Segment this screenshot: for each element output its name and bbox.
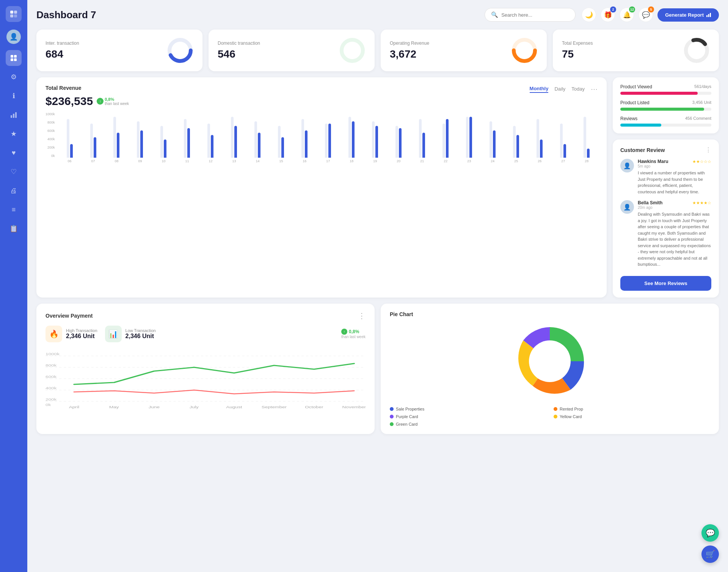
revenue-card: Total Revenue Monthly Daily Today ⋯ $236… xyxy=(36,77,607,298)
legend-label-purple: Purple Card xyxy=(396,414,418,419)
svg-point-16 xyxy=(342,40,363,61)
bar-bg xyxy=(207,124,210,158)
bar-blue xyxy=(94,137,96,158)
bar-x-label: 18 xyxy=(340,159,362,163)
high-transaction-icon: 🔥 xyxy=(46,326,62,342)
stat-value-0: 684 xyxy=(46,48,79,60)
sidebar-item-settings[interactable]: ⚙ xyxy=(6,69,22,85)
legend-green-card: Green Card xyxy=(390,422,546,426)
tab-today[interactable]: Today xyxy=(571,86,585,92)
generate-report-button[interactable]: Generate Report xyxy=(657,8,719,22)
review-item-1: 👤 Bella Smith ★★★★☆ 20m ago Dealing with… xyxy=(620,200,711,268)
bar-bg xyxy=(490,121,492,158)
review-more-icon[interactable]: ⋮ xyxy=(705,146,711,154)
see-more-reviews-button[interactable]: See More Reviews xyxy=(620,276,711,291)
metric-product-viewed: Product Viewed 561/days xyxy=(620,84,711,95)
dark-mode-toggle[interactable]: 🌙 xyxy=(582,8,596,22)
metric-product-listed: Product Listed 3,456 Unit xyxy=(620,100,711,111)
bars-container xyxy=(59,112,598,158)
bar-bg xyxy=(113,117,116,158)
sidebar-item-list[interactable]: ≡ xyxy=(6,202,22,218)
svg-text:400k: 400k xyxy=(46,386,57,390)
review-time-1: 20m ago xyxy=(638,205,711,210)
bar-x-label: 19 xyxy=(364,159,386,163)
bar-x-label: 06 xyxy=(59,159,81,163)
metric-reviews: Reviews 456 Comment xyxy=(620,116,711,127)
header-icons: 🌙 🎁 2 🔔 12 💬 5 Generate Report xyxy=(582,8,719,22)
stat-value-1: 546 xyxy=(218,48,260,60)
bar-bg xyxy=(278,126,281,158)
pie-chart xyxy=(512,323,588,401)
tab-monthly[interactable]: Monthly xyxy=(530,86,549,93)
svg-rect-0 xyxy=(10,11,13,14)
bar-x-label: 14 xyxy=(246,159,268,163)
review-card: Customer Review ⋮ 👤 Hawkins Maru ★★☆☆☆ 5… xyxy=(613,139,719,298)
sidebar-item-print[interactable]: 🖨 xyxy=(6,183,22,199)
page-title: Dashboard 7 xyxy=(36,9,479,21)
sidebar-item-star[interactable]: ★ xyxy=(6,126,22,142)
svg-text:October: October xyxy=(305,405,323,409)
bar-x-label: 17 xyxy=(317,159,339,163)
bar-group xyxy=(176,112,198,158)
stat-card-inter-transaction: Inter. transaction 684 xyxy=(36,30,202,71)
search-bar[interactable]: 🔍 xyxy=(485,8,576,22)
sidebar-item-heart2[interactable]: ♡ xyxy=(6,164,22,180)
line-chart: 1000k 800k 600k 400k 200k 0k April May J… xyxy=(46,348,366,411)
chat-icon-btn[interactable]: 💬 5 xyxy=(639,8,653,22)
support-float-button[interactable]: 💬 xyxy=(701,524,719,542)
bar-bg xyxy=(137,121,140,158)
bar-bg xyxy=(325,124,328,158)
review-text-1: Dealing with Syamsudin and Bakri was a j… xyxy=(638,211,711,268)
more-options-icon[interactable]: ⋯ xyxy=(591,85,598,93)
legend-dot-sale xyxy=(390,407,394,411)
search-input[interactable] xyxy=(501,12,562,18)
bar-bg xyxy=(160,126,163,158)
gift-icon-btn[interactable]: 🎁 2 xyxy=(601,8,615,22)
legend-sale-properties: Sale Properties xyxy=(390,407,546,411)
stat-value-2: 3,672 xyxy=(390,48,429,60)
bar-bg xyxy=(348,117,351,158)
bar-bg xyxy=(67,119,69,158)
tab-daily[interactable]: Daily xyxy=(554,86,565,92)
sidebar-item-analytics[interactable] xyxy=(6,107,22,123)
bar-bg xyxy=(395,126,398,158)
svg-rect-2 xyxy=(10,14,13,17)
bar-bg xyxy=(184,119,187,158)
svg-rect-4 xyxy=(11,55,13,58)
legend-yellow-card: Yellow Card xyxy=(554,414,710,419)
sidebar-item-reports[interactable]: 📋 xyxy=(6,221,22,237)
bell-badge: 12 xyxy=(629,6,635,13)
sidebar-item-heart[interactable]: ♥ xyxy=(6,145,22,161)
payment-more-icon[interactable]: ⋮ xyxy=(358,311,366,320)
bar-group xyxy=(270,112,292,158)
legend-purple-card: Purple Card xyxy=(390,414,546,419)
metric-label-2: Reviews xyxy=(620,116,637,121)
cart-float-button[interactable]: 🛒 xyxy=(701,545,719,563)
avatar[interactable]: 👤 xyxy=(6,30,21,44)
legend-rented-prop: Rented Prop xyxy=(554,407,710,411)
reviewer-avatar-0: 👤 xyxy=(620,159,634,172)
svg-text:September: September xyxy=(262,405,287,409)
bar-blue xyxy=(587,149,590,158)
sidebar-item-info[interactable]: ℹ xyxy=(6,88,22,104)
bar-group xyxy=(223,112,245,158)
metric-val-2: 456 Comment xyxy=(685,116,711,121)
svg-text:August: August xyxy=(226,405,242,409)
stat-card-total-expenses: Total Expenses 75 xyxy=(553,30,719,71)
bar-blue xyxy=(140,130,143,158)
app-logo[interactable] xyxy=(6,6,22,22)
stat-label-0: Inter. transaction xyxy=(46,41,79,46)
svg-rect-5 xyxy=(14,55,17,58)
sidebar-item-dashboard[interactable] xyxy=(6,50,22,66)
payment-high-label: High Transaction xyxy=(66,328,97,333)
review-text-0: I viewed a number of properties with Jus… xyxy=(638,170,711,195)
bar-group xyxy=(388,112,410,158)
bar-x-label: 24 xyxy=(482,159,504,163)
stat-label-1: Domestic transaction xyxy=(218,41,260,46)
bar-group xyxy=(411,112,433,158)
svg-point-41 xyxy=(529,340,571,382)
bar-group xyxy=(340,112,362,158)
low-transaction-icon: 📊 xyxy=(105,326,122,342)
bell-icon-btn[interactable]: 🔔 12 xyxy=(620,8,634,22)
bar-group xyxy=(529,112,551,158)
